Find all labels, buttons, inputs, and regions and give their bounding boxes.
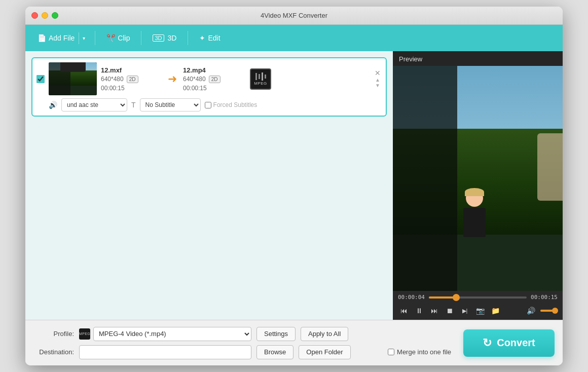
player-pause-button[interactable]: ⏸ bbox=[413, 305, 425, 317]
player-timeline: 00:00:04 00:00:15 bbox=[398, 294, 558, 301]
figure-body bbox=[60, 62, 86, 72]
audio-track-select[interactable]: und aac ste bbox=[61, 98, 127, 111]
merge-label: Merge into one file bbox=[388, 348, 451, 356]
dest-duration: 00:00:15 bbox=[183, 85, 244, 92]
file-thumbnail bbox=[49, 62, 97, 95]
add-file-dropdown-button[interactable]: ▾ bbox=[79, 32, 89, 44]
dest-resolution: 640*480 bbox=[183, 76, 206, 83]
dest-meta: 640*480 2D bbox=[183, 76, 244, 83]
player-buttons: ⏮ ⏸ ⏭ ⏹ ▶| 📷 📁 🔊 bbox=[398, 305, 558, 317]
preview-panel: Preview bbox=[393, 51, 563, 320]
file-item: 12.mxf 640*480 2D 00:00:15 ➜ 12.mp4 bbox=[31, 57, 387, 117]
edit-button[interactable]: ✦ Edit bbox=[194, 31, 225, 45]
player-controls: 00:00:04 00:00:15 ⏮ ⏸ ⏭ ⏹ ▶| 📷 📁 bbox=[393, 291, 563, 320]
destination-label: Destination: bbox=[33, 348, 74, 356]
item-close-button[interactable]: ✕ bbox=[374, 69, 382, 77]
time-current: 00:00:04 bbox=[398, 294, 425, 301]
add-file-label: Add File bbox=[49, 34, 75, 42]
player-open-folder-button[interactable]: 📁 bbox=[489, 305, 501, 317]
close-button[interactable] bbox=[31, 12, 38, 19]
preview-dark-left bbox=[393, 66, 457, 291]
subtitle-select[interactable]: No Subtitle bbox=[140, 98, 201, 111]
source-2d-badge: 2D bbox=[127, 76, 138, 83]
3d-button[interactable]: 3D 3D bbox=[148, 31, 181, 45]
volume-thumb[interactable] bbox=[552, 308, 558, 314]
open-folder-button[interactable]: Open Folder bbox=[299, 345, 350, 359]
timeline-progress bbox=[429, 296, 456, 299]
minimize-button[interactable] bbox=[42, 12, 48, 19]
profile-label: Profile: bbox=[33, 330, 74, 338]
dest-filename: 12.mp4 bbox=[183, 66, 244, 74]
thumbnail-scene bbox=[49, 62, 97, 95]
player-skip-back-button[interactable]: ⏮ bbox=[398, 305, 410, 317]
profile-icon-text: MPEG bbox=[79, 332, 90, 336]
scissors-icon: ✂️ bbox=[106, 34, 115, 42]
merge-checkbox[interactable] bbox=[388, 349, 394, 355]
bottom-left: Profile: MPEG MPEG-4 Video (*.mp4) Setti… bbox=[33, 327, 451, 359]
convert-icon: ↻ bbox=[483, 337, 492, 350]
preview-child-body bbox=[463, 208, 486, 237]
player-next-frame-button[interactable]: ▶| bbox=[459, 305, 471, 317]
codec-icon-graphic bbox=[255, 72, 267, 81]
source-duration: 00:00:15 bbox=[101, 85, 162, 92]
settings-button[interactable]: Settings bbox=[256, 327, 296, 341]
item-controls: ✕ ▲ ▼ bbox=[374, 69, 382, 88]
preview-child-figure bbox=[457, 190, 492, 250]
convert-button[interactable]: ↻ Convert bbox=[463, 329, 555, 357]
bottom-area: Profile: MPEG MPEG-4 Video (*.mp4) Setti… bbox=[25, 320, 563, 365]
clip-button[interactable]: ✂️ Clip bbox=[101, 31, 135, 45]
timeline-track[interactable] bbox=[429, 296, 527, 299]
item-move-up-button[interactable]: ▲ bbox=[374, 78, 382, 83]
add-file-group: 📄 Add File ▾ bbox=[33, 31, 89, 45]
timeline-thumb[interactable] bbox=[453, 294, 460, 301]
item-arrows: ▲ ▼ bbox=[374, 78, 382, 88]
codec-settings-button[interactable]: MPEG bbox=[250, 68, 271, 90]
merge-text: Merge into one file bbox=[397, 348, 451, 356]
forced-subtitles-checkbox[interactable] bbox=[205, 102, 211, 108]
preview-child-head bbox=[466, 190, 483, 207]
profile-select[interactable]: MPEG-4 Video (*.mp4) bbox=[93, 327, 251, 341]
time-total: 00:00:15 bbox=[531, 294, 558, 301]
file-list-area: 12.mxf 640*480 2D 00:00:15 ➜ 12.mp4 bbox=[25, 51, 393, 320]
forced-subtitles-label: Forced Subtitles bbox=[213, 101, 258, 108]
apply-to-all-button[interactable]: Apply to All bbox=[301, 327, 348, 341]
audio-icon: 🔊 bbox=[49, 101, 57, 109]
maximize-button[interactable] bbox=[52, 12, 58, 19]
browse-button[interactable]: Browse bbox=[256, 345, 293, 359]
preview-arm bbox=[537, 133, 563, 201]
player-stop-button[interactable]: ⏹ bbox=[444, 305, 456, 317]
title-bar: 4Video MXF Converter bbox=[25, 7, 563, 25]
convert-arrow-icon: ➜ bbox=[168, 72, 177, 86]
preview-child-hair bbox=[465, 188, 484, 196]
toolbar-sep-2 bbox=[141, 31, 141, 45]
preview-label: Preview bbox=[393, 51, 563, 66]
source-filename: 12.mxf bbox=[101, 66, 162, 74]
add-file-icon: 📄 bbox=[38, 34, 46, 42]
player-fast-forward-button[interactable]: ⏭ bbox=[428, 305, 440, 317]
preview-video bbox=[393, 66, 563, 291]
file-item-bottom: 🔊 und aac ste T No Subtitle Forced Subti… bbox=[36, 98, 382, 111]
profile-codec-icon: MPEG bbox=[79, 328, 90, 340]
volume-track[interactable] bbox=[540, 310, 558, 312]
profile-row: Profile: MPEG MPEG-4 Video (*.mp4) Setti… bbox=[33, 327, 451, 341]
file-checkbox[interactable] bbox=[36, 75, 45, 83]
item-move-down-button[interactable]: ▼ bbox=[374, 83, 382, 88]
destination-row: Destination: Browse Open Folder Merge in… bbox=[33, 345, 451, 359]
3d-icon: 3D bbox=[153, 34, 164, 42]
toolbar: 📄 Add File ▾ ✂️ Clip 3D 3D ✦ Edit bbox=[25, 25, 563, 51]
traffic-lights bbox=[31, 12, 58, 19]
forced-subtitles-wrap: Forced Subtitles bbox=[205, 101, 258, 108]
toolbar-sep-3 bbox=[188, 31, 188, 45]
file-source: 12.mxf 640*480 2D 00:00:15 bbox=[101, 66, 162, 92]
player-screenshot-button[interactable]: 📷 bbox=[474, 305, 486, 317]
source-resolution: 640*480 bbox=[101, 76, 124, 83]
convert-label: Convert bbox=[497, 337, 535, 349]
volume-icon: 🔊 bbox=[525, 305, 537, 317]
destination-input[interactable] bbox=[79, 345, 251, 359]
add-file-button[interactable]: 📄 Add File bbox=[33, 31, 79, 45]
profile-select-wrap: MPEG MPEG-4 Video (*.mp4) bbox=[79, 327, 251, 341]
main-content: 12.mxf 640*480 2D 00:00:15 ➜ 12.mp4 bbox=[25, 51, 563, 320]
clip-label: Clip bbox=[118, 34, 130, 42]
subtitle-icon: T bbox=[131, 101, 136, 109]
toolbar-sep-1 bbox=[95, 31, 95, 45]
